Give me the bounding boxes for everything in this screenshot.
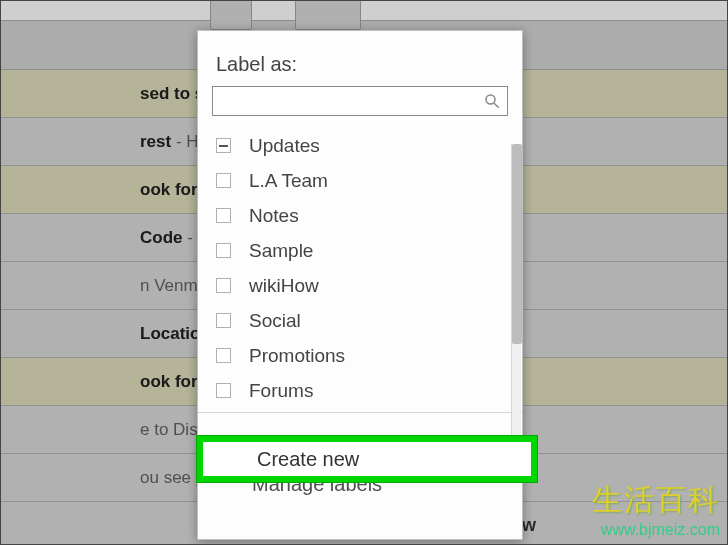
label-checkbox[interactable] bbox=[216, 243, 231, 258]
email-sender: rd bbox=[0, 420, 140, 440]
email-sender: le Maps bbox=[0, 516, 140, 536]
label-option[interactable]: Forums bbox=[206, 373, 508, 408]
label-option-text: Updates bbox=[249, 135, 320, 157]
label-checkbox[interactable] bbox=[216, 173, 231, 188]
email-sender: os Admin bbox=[0, 468, 140, 488]
label-checkbox[interactable] bbox=[216, 313, 231, 328]
create-new-highlight: Create new bbox=[197, 436, 537, 482]
label-checkbox[interactable] bbox=[216, 208, 231, 223]
toolbar-labels-button[interactable] bbox=[295, 0, 361, 30]
svg-point-0 bbox=[486, 95, 495, 104]
label-search-field[interactable] bbox=[212, 86, 508, 116]
label-option[interactable]: Sample bbox=[206, 233, 508, 268]
scrollbar-thumb[interactable] bbox=[512, 144, 522, 344]
search-icon bbox=[483, 92, 501, 110]
email-sender: e bbox=[0, 84, 140, 104]
toolbar-archive-button[interactable] bbox=[210, 0, 252, 30]
email-sender: le bbox=[0, 228, 140, 248]
label-option-text: wikiHow bbox=[249, 275, 319, 297]
popup-title: Label as: bbox=[198, 31, 522, 86]
label-checkbox[interactable] bbox=[216, 278, 231, 293]
label-option[interactable]: Notes bbox=[206, 198, 508, 233]
label-checkbox[interactable] bbox=[216, 348, 231, 363]
scrollbar[interactable] bbox=[511, 144, 521, 437]
email-sender: rd bbox=[0, 324, 140, 344]
email-sender: pook bbox=[0, 180, 140, 200]
label-option-text: Promotions bbox=[249, 345, 345, 367]
label-option[interactable]: Promotions bbox=[206, 338, 508, 373]
label-option[interactable]: Social bbox=[206, 303, 508, 338]
create-new-label-item[interactable]: Create new bbox=[203, 442, 531, 476]
label-option-text: Social bbox=[249, 310, 301, 332]
label-option-text: L.A Team bbox=[249, 170, 328, 192]
watermark-text: 生活百科 bbox=[592, 480, 720, 521]
email-sender: pook bbox=[0, 372, 140, 392]
label-checkbox[interactable] bbox=[216, 138, 231, 153]
watermark-url: www.bjmeiz.com bbox=[592, 521, 720, 539]
label-option[interactable]: wikiHow bbox=[206, 268, 508, 303]
watermark: 生活百科 www.bjmeiz.com bbox=[592, 480, 720, 539]
label-checkbox[interactable] bbox=[216, 383, 231, 398]
label-option[interactable]: Updates bbox=[206, 128, 508, 163]
label-option[interactable]: L.A Team bbox=[206, 163, 508, 198]
label-option-text: Sample bbox=[249, 240, 313, 262]
label-option-text: Forums bbox=[249, 380, 313, 402]
svg-line-1 bbox=[494, 103, 499, 108]
label-options-list: UpdatesL.A TeamNotesSamplewikiHowSocialP… bbox=[206, 128, 514, 408]
email-sender: pook bbox=[0, 132, 140, 152]
label-option-text: Notes bbox=[249, 205, 299, 227]
label-search-input[interactable] bbox=[213, 87, 477, 115]
